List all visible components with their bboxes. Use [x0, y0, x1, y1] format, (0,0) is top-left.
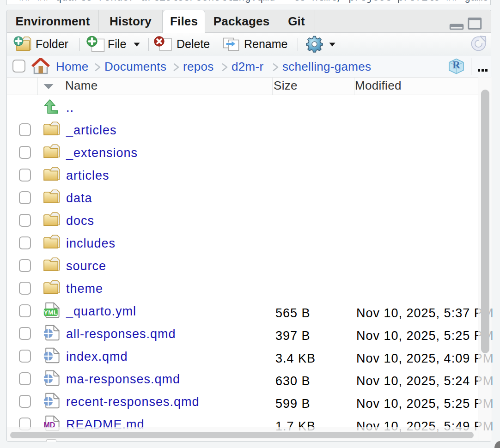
svg-text:YML: YML — [44, 309, 58, 316]
svg-text:R: R — [452, 59, 460, 71]
